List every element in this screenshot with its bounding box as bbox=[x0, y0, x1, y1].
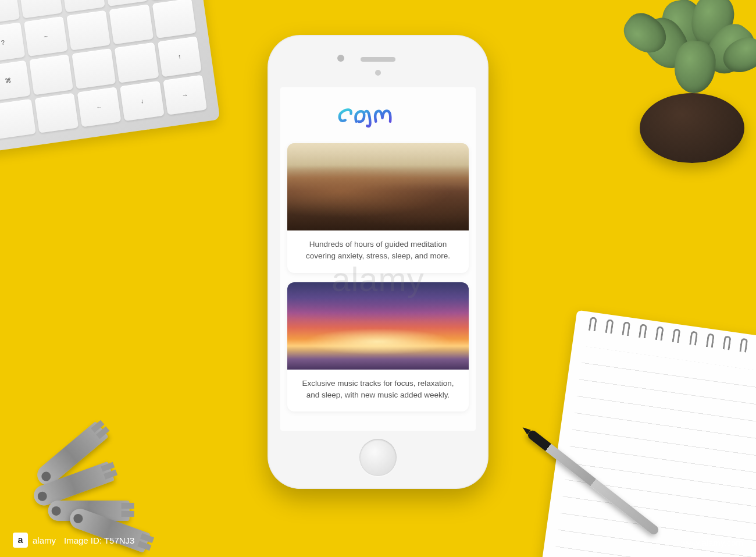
calm-logo-icon bbox=[334, 99, 422, 133]
key bbox=[0, 99, 36, 139]
key: ~ bbox=[24, 16, 68, 56]
key: ? bbox=[0, 22, 25, 62]
sunset-image bbox=[287, 282, 469, 370]
home-button[interactable] bbox=[359, 439, 397, 476]
key bbox=[61, 0, 105, 12]
watermark-brand: a alamy Image ID: T57NJ3 bbox=[13, 533, 134, 548]
key bbox=[115, 42, 159, 83]
key bbox=[72, 48, 116, 88]
earpiece bbox=[361, 57, 395, 62]
key: → bbox=[163, 74, 207, 115]
key bbox=[18, 0, 62, 18]
watermark-brand-text: alamy bbox=[33, 535, 56, 545]
card-description: Hundreds of hours of guided meditation c… bbox=[287, 230, 469, 273]
keyboard-prop: { } ⇧ ? ~ alt ⌘ ↑ ← ↓ → bbox=[0, 0, 220, 158]
phone-screen[interactable]: Hundreds of hours of guided meditation c… bbox=[280, 87, 476, 431]
key: ↓ bbox=[120, 81, 164, 121]
iphone-device: Hundreds of hours of guided meditation c… bbox=[268, 35, 488, 489]
key bbox=[66, 10, 110, 50]
card-description: Exclusive music tracks for focus, relaxa… bbox=[287, 370, 469, 412]
watermark-image-id: Image ID: T57NJ3 bbox=[64, 535, 134, 545]
key bbox=[29, 54, 73, 94]
key bbox=[109, 4, 154, 44]
succulent-plant-prop bbox=[593, 0, 756, 175]
canyon-image bbox=[287, 143, 469, 230]
plant-pot bbox=[640, 93, 744, 163]
key bbox=[34, 93, 79, 133]
front-camera bbox=[337, 55, 344, 62]
key bbox=[152, 0, 196, 38]
key: ↑ bbox=[158, 36, 202, 76]
feature-card-music[interactable]: Exclusive music tracks for focus, relaxa… bbox=[287, 282, 469, 412]
calm-app-logo bbox=[287, 94, 469, 143]
alamy-logo-icon: a bbox=[13, 533, 28, 548]
leaf bbox=[672, 39, 718, 95]
watermark-site: www.alamy.com bbox=[681, 538, 743, 548]
key: } bbox=[0, 0, 20, 24]
key: ⌘ bbox=[0, 61, 30, 101]
proximity-sensor bbox=[375, 70, 381, 76]
key: ← bbox=[77, 87, 122, 127]
feature-card-meditation[interactable]: Hundreds of hours of guided meditation c… bbox=[287, 143, 469, 273]
